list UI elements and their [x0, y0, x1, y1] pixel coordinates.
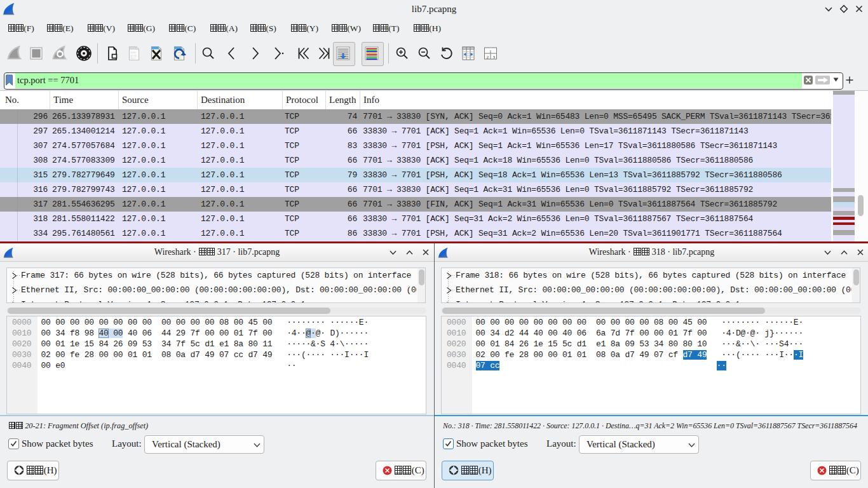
svg-text:3: 3	[493, 55, 496, 60]
svg-text:1: 1	[489, 49, 492, 54]
svg-text:0111: 0111	[131, 57, 137, 60]
svg-text:2: 2	[487, 55, 489, 60]
